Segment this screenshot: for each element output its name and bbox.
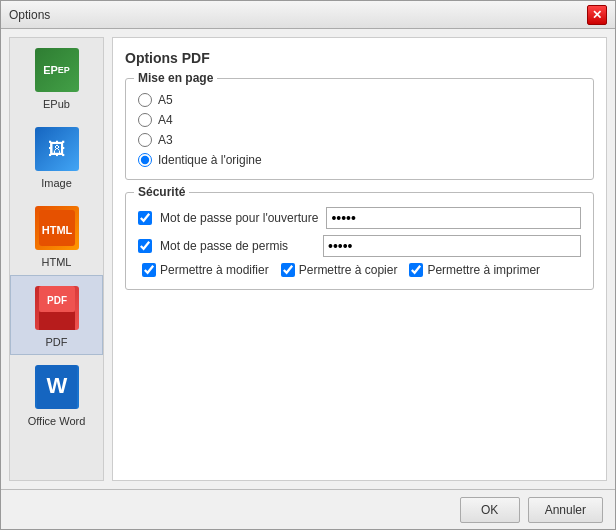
sidebar: EP EPub 🖼 Image HTML (9, 37, 104, 481)
svg-text:W: W (46, 373, 67, 398)
permission-print: Permettre à imprimer (409, 263, 540, 277)
page-layout-label: Mise en page (134, 71, 217, 85)
copy-label[interactable]: Permettre à copier (299, 263, 398, 277)
title-bar: Options ✕ (1, 1, 615, 29)
window-footer: OK Annuler (1, 489, 615, 529)
main-content: Options PDF Mise en page A5 A4 A3 (112, 37, 607, 481)
radio-original[interactable] (138, 153, 152, 167)
sidebar-item-word-label: Office Word (28, 415, 86, 427)
epub-icon-box: EP (33, 46, 81, 94)
pdf-icon-box: PDF (33, 284, 81, 332)
radio-a3[interactable] (138, 133, 152, 147)
page-layout-group: Mise en page A5 A4 A3 (125, 78, 594, 180)
svg-rect-5 (39, 312, 75, 330)
window-title: Options (9, 8, 50, 22)
permit-password-input[interactable] (323, 235, 581, 257)
sidebar-item-pdf[interactable]: PDF PDF (10, 275, 103, 355)
open-password-checkbox[interactable] (138, 211, 152, 225)
sidebar-item-image[interactable]: 🖼 Image (10, 117, 103, 196)
close-button[interactable]: ✕ (587, 5, 607, 25)
permit-password-label[interactable]: Mot de passe de permis (160, 239, 315, 253)
copy-checkbox[interactable] (281, 263, 295, 277)
cancel-button[interactable]: Annuler (528, 497, 603, 523)
permit-password-checkbox[interactable] (138, 239, 152, 253)
word-icon: W (35, 365, 79, 409)
security-group: Sécurité Mot de passe pour l'ouverture M… (125, 192, 594, 290)
word-icon-box: W (33, 363, 81, 411)
radio-a5[interactable] (138, 93, 152, 107)
permission-copy: Permettre à copier (281, 263, 398, 277)
section-title: Options PDF (125, 50, 594, 66)
sidebar-item-html-label: HTML (42, 256, 72, 268)
print-checkbox[interactable] (409, 263, 423, 277)
image-icon: 🖼 (35, 127, 79, 171)
print-label[interactable]: Permettre à imprimer (427, 263, 540, 277)
open-password-input[interactable] (326, 207, 581, 229)
permission-modify: Permettre à modifier (142, 263, 269, 277)
options-dialog: Options ✕ EP EPub 🖼 Image (0, 0, 616, 530)
modify-label[interactable]: Permettre à modifier (160, 263, 269, 277)
radio-a4-label[interactable]: A4 (158, 113, 173, 127)
sidebar-item-html[interactable]: HTML HTML (10, 196, 103, 275)
sidebar-item-epub-label: EPub (43, 98, 70, 110)
open-password-label[interactable]: Mot de passe pour l'ouverture (160, 211, 318, 225)
radio-a4-row: A4 (138, 113, 581, 127)
permissions-row: Permettre à modifier Permettre à copier … (138, 263, 581, 277)
security-label: Sécurité (134, 185, 189, 199)
ok-button[interactable]: OK (460, 497, 520, 523)
radio-a5-row: A5 (138, 93, 581, 107)
image-icon-box: 🖼 (33, 125, 81, 173)
sidebar-item-pdf-label: PDF (46, 336, 68, 348)
window-body: EP EPub 🖼 Image HTML (1, 29, 615, 489)
sidebar-item-image-label: Image (41, 177, 72, 189)
html-icon-box: HTML (33, 204, 81, 252)
radio-a5-label[interactable]: A5 (158, 93, 173, 107)
html-icon: HTML (35, 206, 79, 250)
security-grid: Mot de passe pour l'ouverture Mot de pas… (138, 203, 581, 277)
pdf-icon: PDF (35, 286, 79, 330)
radio-original-label[interactable]: Identique à l'origine (158, 153, 262, 167)
svg-text:PDF: PDF (47, 295, 67, 306)
sidebar-item-epub[interactable]: EP EPub (10, 38, 103, 117)
radio-group: A5 A4 A3 Identique à l'origine (138, 89, 581, 167)
radio-a4[interactable] (138, 113, 152, 127)
permit-password-row: Mot de passe de permis (138, 235, 581, 257)
sidebar-item-word[interactable]: W Office Word (10, 355, 103, 434)
radio-a3-label[interactable]: A3 (158, 133, 173, 147)
open-password-row: Mot de passe pour l'ouverture (138, 207, 581, 229)
svg-text:HTML: HTML (41, 224, 72, 236)
epub-icon: EP (35, 48, 79, 92)
modify-checkbox[interactable] (142, 263, 156, 277)
radio-a3-row: A3 (138, 133, 581, 147)
radio-original-row: Identique à l'origine (138, 153, 581, 167)
